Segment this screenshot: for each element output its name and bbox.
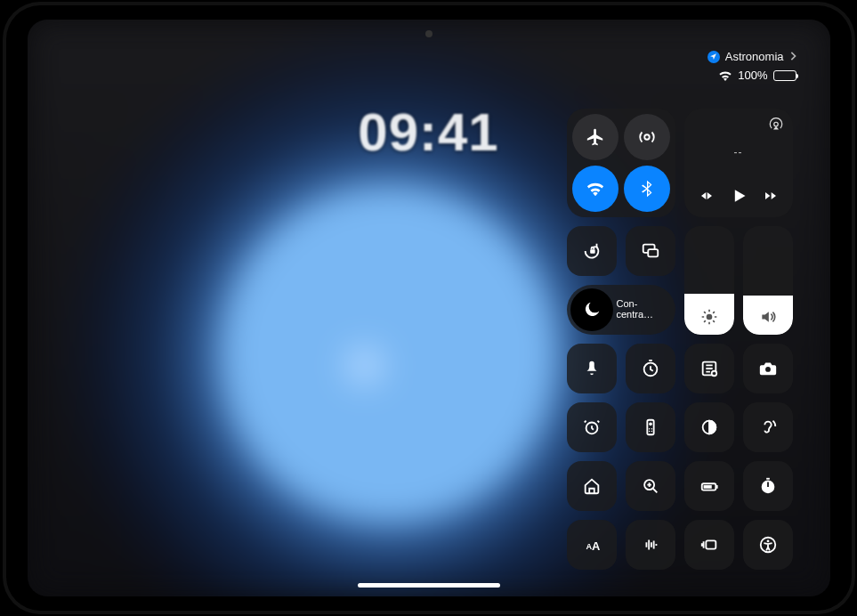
magnifier-button[interactable] xyxy=(626,461,675,511)
voice-memo-button[interactable] xyxy=(626,520,675,570)
wifi-icon xyxy=(718,70,732,81)
svg-rect-4 xyxy=(648,249,658,256)
brightness-icon xyxy=(700,308,718,326)
accessibility-shortcuts-button[interactable] xyxy=(743,520,793,570)
battery-icon xyxy=(773,70,796,81)
focus-mode-button[interactable]: Con- centra… xyxy=(567,285,675,335)
svg-rect-11 xyxy=(647,420,653,435)
front-camera-dot xyxy=(425,30,433,37)
media-track-placeholder: -- xyxy=(734,146,743,158)
svg-point-0 xyxy=(644,134,650,140)
svg-rect-2 xyxy=(590,249,595,254)
svg-point-1 xyxy=(773,122,778,126)
battery-percent-label: 100% xyxy=(738,69,767,82)
return-to-app-pill[interactable]: Astronomia xyxy=(707,50,796,63)
moon-icon xyxy=(570,288,613,331)
airplay-audio-icon[interactable] xyxy=(768,118,784,134)
home-app-button[interactable] xyxy=(567,461,617,511)
stage-manager-toggle[interactable] xyxy=(684,520,734,570)
chevron-right-icon xyxy=(789,50,796,63)
media-next-button[interactable] xyxy=(764,189,778,207)
orientation-lock-toggle[interactable] xyxy=(567,226,617,276)
lockscreen-clock: 09:41 xyxy=(358,101,498,163)
low-power-mode-toggle[interactable] xyxy=(684,461,734,511)
svg-point-15 xyxy=(648,431,649,432)
status-bar: 100% xyxy=(718,69,796,82)
return-to-app-label: Astronomia xyxy=(725,50,784,63)
silent-mode-toggle[interactable] xyxy=(567,344,617,393)
ipad-device-frame: 09:41 Astronomia 100% xyxy=(3,2,855,614)
focus-label: Con- centra… xyxy=(617,299,658,320)
control-center: -- xyxy=(567,109,796,570)
stopwatch-button[interactable] xyxy=(743,461,793,511)
airplane-mode-toggle[interactable] xyxy=(572,114,618,160)
timer-button[interactable] xyxy=(626,344,675,393)
svg-point-14 xyxy=(651,428,651,429)
svg-rect-22 xyxy=(766,478,770,480)
screen: 09:41 Astronomia 100% xyxy=(28,20,830,596)
svg-point-9 xyxy=(765,367,771,372)
svg-point-13 xyxy=(648,428,649,429)
svg-point-27 xyxy=(766,540,769,543)
media-play-button[interactable] xyxy=(730,187,748,208)
dark-mode-toggle[interactable] xyxy=(684,402,734,452)
svg-point-16 xyxy=(651,431,651,432)
text-size-button[interactable]: AA xyxy=(567,520,617,570)
svg-text:A: A xyxy=(592,539,600,553)
airdrop-toggle[interactable] xyxy=(624,114,670,160)
bluetooth-toggle[interactable] xyxy=(624,166,670,212)
media-playback-group[interactable]: -- xyxy=(684,109,793,217)
alarm-button[interactable] xyxy=(567,402,617,452)
wifi-toggle[interactable] xyxy=(572,166,618,212)
svg-rect-25 xyxy=(706,540,716,548)
home-indicator[interactable] xyxy=(358,583,500,588)
quick-note-button[interactable] xyxy=(684,344,734,393)
svg-point-5 xyxy=(706,314,712,320)
brightness-slider[interactable] xyxy=(684,226,734,335)
location-indicator-icon xyxy=(707,51,720,63)
camera-button[interactable] xyxy=(743,344,793,393)
connectivity-group[interactable] xyxy=(567,109,675,217)
svg-point-12 xyxy=(649,423,652,426)
volume-icon xyxy=(759,308,777,326)
screen-mirroring-button[interactable] xyxy=(626,226,675,276)
volume-slider[interactable] xyxy=(743,226,793,335)
media-prev-button[interactable] xyxy=(699,189,714,207)
hearing-button[interactable] xyxy=(743,402,793,452)
svg-rect-20 xyxy=(703,485,711,489)
apple-tv-remote-button[interactable] xyxy=(626,402,675,452)
